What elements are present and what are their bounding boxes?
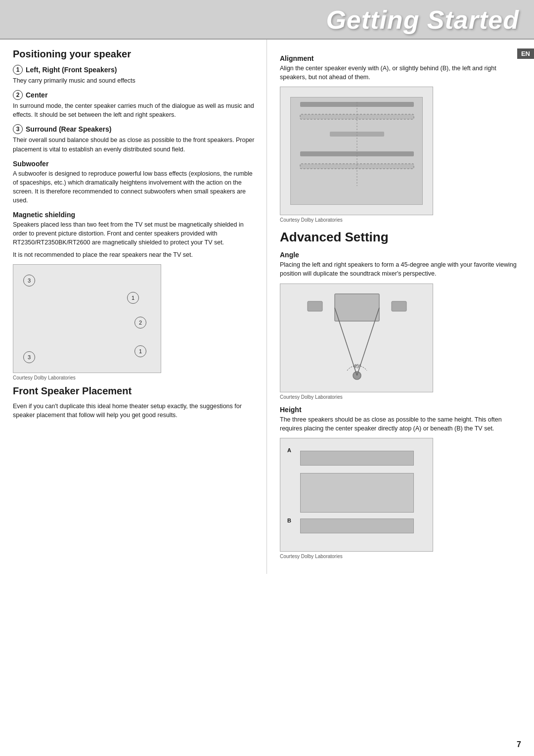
- num-1-circle: 1: [13, 65, 23, 75]
- height-body: The three speakers should be as close as…: [280, 415, 524, 433]
- item-2-label: Center: [26, 91, 47, 99]
- height-heading: Height: [280, 406, 524, 414]
- num-2-circle: 2: [13, 90, 23, 100]
- angle-caption: Courtesy Dolby Laboratories: [280, 394, 524, 400]
- num-3-circle: 3: [13, 124, 23, 134]
- item-2-body: In surround mode, the center speaker car…: [13, 101, 257, 119]
- angle-diagram: 45°: [280, 284, 433, 392]
- language-badge: EN: [517, 48, 534, 59]
- alignment-heading: Alignment: [280, 54, 524, 62]
- angle-body: Placing the left and right speakers to f…: [280, 260, 524, 278]
- subwoofer-heading: Subwoofer: [13, 160, 257, 168]
- item-1-label: Left, Right (Front Speakers): [26, 66, 117, 74]
- svg-rect-10: [308, 301, 322, 311]
- spk-label-1a: 1: [127, 292, 139, 304]
- speaker-diagram-caption: Courtesy Dolby Laboratories: [13, 375, 257, 380]
- spk-label-3b: 3: [23, 351, 35, 363]
- item-3-body: Their overall sound balance should be as…: [13, 136, 257, 153]
- right-column: Alignment Align the center speaker evenl…: [267, 40, 534, 574]
- spk-label-1b: 1: [134, 345, 146, 357]
- svg-text:45°: 45°: [354, 364, 361, 369]
- page-number: 7: [517, 740, 521, 749]
- page-header: Getting Started: [0, 0, 534, 40]
- item-3-heading: 3 Surround (Rear Speakers): [13, 124, 257, 134]
- height-label-b: B: [287, 518, 291, 523]
- main-content: Positioning your speaker 1 Left, Right (…: [0, 40, 534, 574]
- section-title-positioning: Positioning your speaker: [13, 48, 257, 60]
- header-title: Getting Started: [326, 5, 519, 34]
- angle-heading: Angle: [280, 251, 524, 259]
- item-1-body: They carry primarily music and sound eff…: [13, 76, 257, 85]
- left-column: Positioning your speaker 1 Left, Right (…: [0, 40, 267, 574]
- advanced-setting-title: Advanced Setting: [280, 230, 524, 245]
- height-caption: Courtesy Dolby Laboratories: [280, 554, 524, 559]
- front-placement-title: Front Speaker Placement: [13, 385, 257, 397]
- spk-label-3a: 3: [23, 275, 35, 286]
- height-diagram: A B: [280, 438, 433, 552]
- rear-note: It is not recommended to place the rear …: [13, 250, 257, 259]
- item-3-label: Surround (Rear Speakers): [26, 125, 112, 133]
- alignment-diagram: [280, 87, 433, 215]
- svg-rect-11: [392, 301, 406, 311]
- angle-svg: 45°: [280, 284, 433, 392]
- item-1-heading: 1 Left, Right (Front Speakers): [13, 65, 257, 75]
- alignment-caption: Courtesy Dolby Laboratories: [280, 217, 524, 223]
- alignment-body: Align the center speaker evenly with (A)…: [280, 64, 524, 82]
- speaker-diagram: 3 1 2 1 3: [13, 264, 161, 373]
- svg-rect-6: [335, 294, 379, 321]
- item-2-heading: 2 Center: [13, 90, 257, 100]
- spk-label-2: 2: [134, 317, 146, 329]
- height-label-a: A: [287, 447, 291, 453]
- magnetic-heading: Magnetic shielding: [13, 211, 257, 219]
- subwoofer-body: A subwoofer is designed to reproduce pow…: [13, 169, 257, 205]
- magnetic-body: Speakers placed less than two feet from …: [13, 220, 257, 247]
- front-placement-body: Even if you can't duplicate this ideal h…: [13, 402, 257, 420]
- alignment-svg: [280, 87, 433, 215]
